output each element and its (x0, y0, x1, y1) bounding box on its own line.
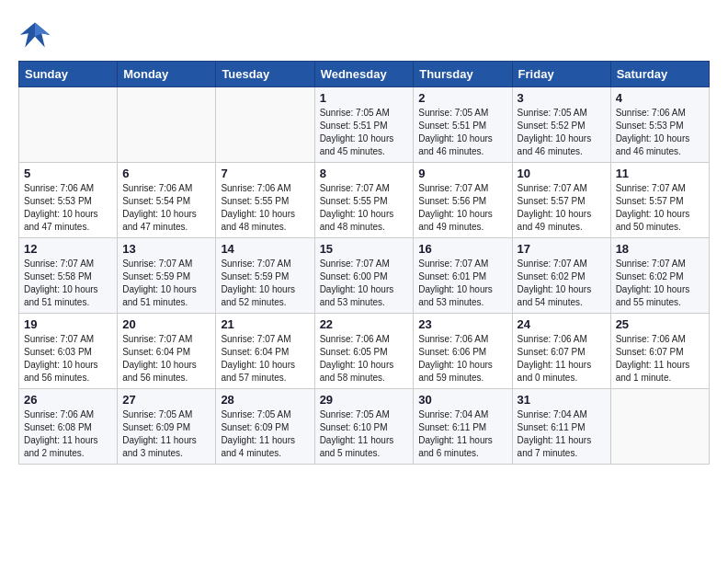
day-info: Sunrise: 7:06 AM Sunset: 5:53 PM Dayligh… (616, 107, 704, 158)
day-number: 27 (122, 393, 210, 407)
day-number: 25 (616, 317, 704, 331)
day-cell: 30Sunrise: 7:04 AM Sunset: 6:11 PM Dayli… (414, 389, 512, 465)
day-cell: 8Sunrise: 7:07 AM Sunset: 5:55 PM Daylig… (314, 163, 414, 238)
day-number: 18 (616, 242, 704, 256)
day-cell: 25Sunrise: 7:06 AM Sunset: 6:07 PM Dayli… (610, 314, 709, 389)
weekday-header-sunday: Sunday (19, 62, 118, 87)
day-number: 16 (418, 242, 506, 256)
day-info: Sunrise: 7:06 AM Sunset: 5:54 PM Dayligh… (122, 182, 210, 234)
day-info: Sunrise: 7:07 AM Sunset: 6:03 PM Dayligh… (24, 333, 112, 385)
day-info: Sunrise: 7:05 AM Sunset: 6:10 PM Dayligh… (320, 408, 409, 460)
day-info: Sunrise: 7:04 AM Sunset: 6:11 PM Dayligh… (518, 408, 606, 460)
week-row-5: 26Sunrise: 7:06 AM Sunset: 6:08 PM Dayli… (19, 389, 710, 465)
weekday-header-wednesday: Wednesday (314, 62, 414, 87)
day-cell: 28Sunrise: 7:05 AM Sunset: 6:09 PM Dayli… (216, 389, 314, 465)
day-info: Sunrise: 7:06 AM Sunset: 6:05 PM Dayligh… (320, 333, 409, 385)
day-info: Sunrise: 7:07 AM Sunset: 6:00 PM Dayligh… (320, 258, 409, 309)
day-number: 7 (221, 167, 309, 180)
weekday-header-row: SundayMondayTuesdayWednesdayThursdayFrid… (19, 62, 710, 87)
day-cell: 31Sunrise: 7:04 AM Sunset: 6:11 PM Dayli… (512, 389, 610, 465)
day-info: Sunrise: 7:07 AM Sunset: 6:01 PM Dayligh… (418, 258, 506, 309)
day-info: Sunrise: 7:06 AM Sunset: 6:07 PM Dayligh… (518, 333, 606, 385)
day-cell: 4Sunrise: 7:06 AM Sunset: 5:53 PM Daylig… (610, 87, 709, 163)
week-row-3: 12Sunrise: 7:07 AM Sunset: 5:58 PM Dayli… (19, 238, 710, 314)
day-number: 30 (418, 393, 506, 407)
day-cell: 6Sunrise: 7:06 AM Sunset: 5:54 PM Daylig… (118, 163, 216, 238)
weekday-header-monday: Monday (118, 62, 216, 87)
day-info: Sunrise: 7:07 AM Sunset: 5:58 PM Dayligh… (24, 258, 112, 309)
day-cell: 12Sunrise: 7:07 AM Sunset: 5:58 PM Dayli… (19, 238, 118, 314)
day-cell: 11Sunrise: 7:07 AM Sunset: 5:57 PM Dayli… (610, 163, 709, 238)
weekday-header-thursday: Thursday (414, 62, 512, 87)
day-number: 4 (616, 91, 704, 105)
day-cell: 27Sunrise: 7:05 AM Sunset: 6:09 PM Dayli… (118, 389, 216, 465)
day-info: Sunrise: 7:07 AM Sunset: 5:56 PM Dayligh… (418, 182, 506, 234)
day-cell (19, 87, 118, 163)
day-cell: 21Sunrise: 7:07 AM Sunset: 6:04 PM Dayli… (216, 314, 314, 389)
day-info: Sunrise: 7:07 AM Sunset: 6:04 PM Dayligh… (221, 333, 309, 385)
day-number: 1 (320, 91, 409, 105)
day-cell: 9Sunrise: 7:07 AM Sunset: 5:56 PM Daylig… (414, 163, 512, 238)
day-cell: 26Sunrise: 7:06 AM Sunset: 6:08 PM Dayli… (19, 389, 118, 465)
day-number: 31 (518, 393, 606, 407)
day-number: 26 (24, 393, 112, 407)
day-number: 20 (122, 317, 210, 331)
day-info: Sunrise: 7:07 AM Sunset: 5:55 PM Dayligh… (320, 182, 409, 234)
day-info: Sunrise: 7:05 AM Sunset: 6:09 PM Dayligh… (221, 408, 309, 460)
logo (18, 18, 55, 52)
day-number: 13 (122, 242, 210, 256)
day-cell: 3Sunrise: 7:05 AM Sunset: 5:52 PM Daylig… (512, 87, 610, 163)
weekday-header-saturday: Saturday (610, 62, 709, 87)
day-number: 3 (518, 91, 606, 105)
day-cell: 24Sunrise: 7:06 AM Sunset: 6:07 PM Dayli… (512, 314, 610, 389)
day-cell: 29Sunrise: 7:05 AM Sunset: 6:10 PM Dayli… (314, 389, 414, 465)
day-cell: 18Sunrise: 7:07 AM Sunset: 6:02 PM Dayli… (610, 238, 709, 314)
day-info: Sunrise: 7:07 AM Sunset: 6:02 PM Dayligh… (518, 258, 606, 309)
page-header (18, 18, 710, 52)
day-cell: 19Sunrise: 7:07 AM Sunset: 6:03 PM Dayli… (19, 314, 118, 389)
day-info: Sunrise: 7:07 AM Sunset: 5:57 PM Dayligh… (518, 182, 606, 234)
day-info: Sunrise: 7:05 AM Sunset: 5:51 PM Dayligh… (320, 107, 409, 158)
day-info: Sunrise: 7:07 AM Sunset: 5:57 PM Dayligh… (616, 182, 704, 234)
calendar-table: SundayMondayTuesdayWednesdayThursdayFrid… (18, 61, 710, 465)
day-cell: 15Sunrise: 7:07 AM Sunset: 6:00 PM Dayli… (314, 238, 414, 314)
week-row-4: 19Sunrise: 7:07 AM Sunset: 6:03 PM Dayli… (19, 314, 710, 389)
day-cell: 22Sunrise: 7:06 AM Sunset: 6:05 PM Dayli… (314, 314, 414, 389)
weekday-header-friday: Friday (512, 62, 610, 87)
calendar-header: SundayMondayTuesdayWednesdayThursdayFrid… (19, 62, 710, 87)
day-number: 5 (24, 167, 112, 180)
day-number: 21 (221, 317, 309, 331)
day-number: 12 (24, 242, 112, 256)
week-row-1: 1Sunrise: 7:05 AM Sunset: 5:51 PM Daylig… (19, 87, 710, 163)
day-number: 9 (418, 167, 506, 180)
day-cell: 14Sunrise: 7:07 AM Sunset: 5:59 PM Dayli… (216, 238, 314, 314)
day-cell: 23Sunrise: 7:06 AM Sunset: 6:06 PM Dayli… (414, 314, 512, 389)
day-info: Sunrise: 7:06 AM Sunset: 5:53 PM Dayligh… (24, 182, 112, 234)
day-cell: 17Sunrise: 7:07 AM Sunset: 6:02 PM Dayli… (512, 238, 610, 314)
day-number: 17 (518, 242, 606, 256)
calendar-body: 1Sunrise: 7:05 AM Sunset: 5:51 PM Daylig… (19, 87, 710, 465)
day-cell: 1Sunrise: 7:05 AM Sunset: 5:51 PM Daylig… (314, 87, 414, 163)
day-info: Sunrise: 7:04 AM Sunset: 6:11 PM Dayligh… (418, 408, 506, 460)
day-cell: 2Sunrise: 7:05 AM Sunset: 5:51 PM Daylig… (414, 87, 512, 163)
day-cell: 16Sunrise: 7:07 AM Sunset: 6:01 PM Dayli… (414, 238, 512, 314)
day-info: Sunrise: 7:07 AM Sunset: 6:02 PM Dayligh… (616, 258, 704, 309)
day-info: Sunrise: 7:05 AM Sunset: 5:52 PM Dayligh… (518, 107, 606, 158)
day-info: Sunrise: 7:06 AM Sunset: 6:07 PM Dayligh… (616, 333, 704, 385)
day-cell: 5Sunrise: 7:06 AM Sunset: 5:53 PM Daylig… (19, 163, 118, 238)
day-info: Sunrise: 7:05 AM Sunset: 5:51 PM Dayligh… (418, 107, 506, 158)
day-cell (118, 87, 216, 163)
day-cell: 7Sunrise: 7:06 AM Sunset: 5:55 PM Daylig… (216, 163, 314, 238)
day-info: Sunrise: 7:07 AM Sunset: 5:59 PM Dayligh… (122, 258, 210, 309)
day-number: 8 (320, 167, 409, 180)
day-info: Sunrise: 7:06 AM Sunset: 6:08 PM Dayligh… (24, 408, 112, 460)
day-number: 22 (320, 317, 409, 331)
day-info: Sunrise: 7:06 AM Sunset: 5:55 PM Dayligh… (221, 182, 309, 234)
day-number: 14 (221, 242, 309, 256)
weekday-header-tuesday: Tuesday (216, 62, 314, 87)
svg-marker-1 (35, 23, 50, 37)
day-cell: 10Sunrise: 7:07 AM Sunset: 5:57 PM Dayli… (512, 163, 610, 238)
day-cell: 13Sunrise: 7:07 AM Sunset: 5:59 PM Dayli… (118, 238, 216, 314)
day-number: 6 (122, 167, 210, 180)
day-number: 19 (24, 317, 112, 331)
